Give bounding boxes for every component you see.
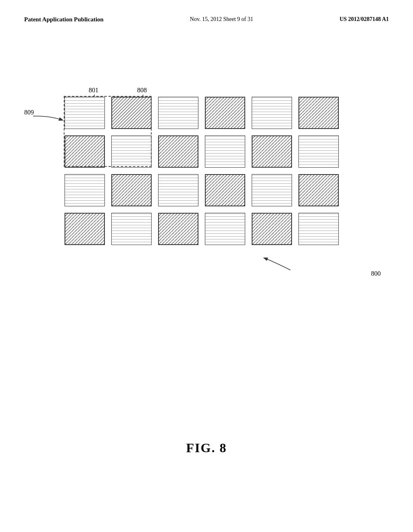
svg-rect-6 (205, 97, 245, 129)
ref-label-801: 801 (89, 87, 98, 94)
cell-r3c3-lines (158, 174, 198, 206)
cell-r1c5-lines (252, 97, 292, 129)
cell-r4c5-hatch (252, 213, 292, 245)
cell-r4c2-lines (111, 213, 152, 245)
ref-label-800: 800 (371, 270, 381, 277)
cell-r2c1-hatch (65, 135, 105, 168)
ref-label-808: 808 (137, 87, 147, 94)
cell-r2c5-hatch (252, 135, 292, 168)
header-date-sheet: Nov. 15, 2012 Sheet 9 of 31 (190, 16, 253, 23)
main-diagram-area: 809 801 808 (24, 64, 389, 508)
svg-rect-8 (299, 97, 338, 129)
ref-label-809: 809 (24, 109, 34, 116)
cell-r2c2-lines (111, 135, 152, 168)
figure-caption: FIG. 8 (24, 441, 389, 455)
svg-rect-12 (159, 136, 198, 167)
svg-rect-3 (112, 97, 151, 129)
cell-r4c1-hatch (65, 213, 105, 245)
cell-r1c1-lines (65, 97, 105, 129)
svg-rect-20 (299, 175, 338, 206)
svg-rect-24 (159, 213, 198, 245)
cell-r4c4-lines (205, 213, 245, 245)
cell-r1c6-hatch (298, 97, 339, 129)
cell-r4c6-lines (298, 213, 339, 245)
cell-r1c3-lines (158, 97, 198, 129)
cell-r3c6-hatch (298, 174, 339, 206)
cell-r3c5-lines (252, 174, 292, 206)
svg-rect-18 (205, 175, 245, 206)
header-publication-label: Patent Application Publication (24, 16, 104, 23)
cell-r4c3-hatch (158, 213, 198, 245)
page-header: Patent Application Publication Nov. 15, … (0, 0, 413, 23)
cell-r1c4-hatch (205, 97, 245, 129)
cell-r2c3-hatch (158, 135, 198, 168)
header-patent-number: US 2012/0287148 A1 (340, 16, 389, 23)
cell-r3c2-hatch (111, 174, 152, 206)
cell-r2c4-lines (205, 135, 245, 168)
cell-r2c6-lines (298, 135, 339, 168)
cell-r3c1-lines (65, 174, 105, 206)
svg-rect-14 (252, 136, 292, 167)
cell-r3c4-hatch (205, 174, 245, 206)
svg-rect-10 (65, 136, 104, 167)
cell-grid (65, 97, 339, 245)
svg-rect-22 (65, 213, 104, 245)
svg-rect-16 (112, 175, 151, 206)
cell-r1c2-hatch (111, 97, 152, 129)
svg-rect-26 (252, 213, 292, 245)
